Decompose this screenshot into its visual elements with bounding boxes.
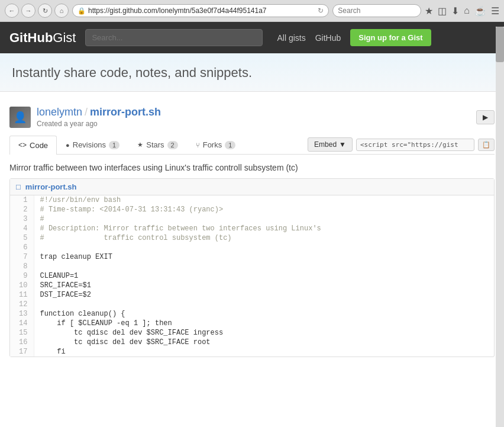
- browser-nav: ← → ↻ ⌂: [5, 4, 69, 18]
- line-number: 11: [10, 290, 34, 300]
- file-header: □ mirror-port.sh: [10, 179, 494, 195]
- hero-banner: Instantly share code, notes, and snippet…: [0, 53, 504, 92]
- repo-name-link[interactable]: mirror-port.sh: [90, 106, 161, 118]
- tab-revisions-label: Revisions: [73, 140, 106, 149]
- tab-stars[interactable]: ★ Stars 2: [128, 135, 186, 154]
- menu-icon[interactable]: ☰: [491, 5, 499, 17]
- forward-btn[interactable]: →: [21, 4, 35, 18]
- embed-label: Embed: [314, 140, 337, 149]
- line-number: 16: [10, 338, 34, 347]
- watch-button[interactable]: ▶: [476, 110, 495, 124]
- line-number: 15: [10, 328, 34, 338]
- revisions-count: 1: [109, 141, 119, 149]
- user-link[interactable]: lonelymtn: [37, 106, 82, 118]
- address-bar-container: 🔒 ↻: [72, 4, 329, 17]
- chevron-down-icon: ▼: [339, 140, 346, 149]
- line-number: 7: [10, 252, 34, 262]
- tab-forks-label: Forks: [203, 140, 222, 149]
- table-row: 6: [10, 243, 494, 252]
- browser-search-input[interactable]: [338, 7, 416, 15]
- search-bar-container: [332, 4, 421, 17]
- line-number: 5: [10, 233, 34, 243]
- table-row: 17 fi: [10, 347, 494, 357]
- signup-button[interactable]: Sign up for a Gist: [350, 29, 431, 46]
- line-code: [34, 300, 494, 309]
- table-row: 9CLEANUP=1: [10, 271, 494, 281]
- tab-stars-label: Stars: [146, 140, 164, 149]
- table-row: 11DST_IFACE=$2: [10, 290, 494, 300]
- line-number: 1: [10, 195, 34, 205]
- table-row: 8: [10, 262, 494, 271]
- user-info-row: 👤 lonelymtn / mirror-port.sh Created a y…: [9, 106, 495, 128]
- code-icon: <>: [18, 141, 27, 149]
- github-logo: GitHubGist: [9, 30, 76, 46]
- tab-code-label: Code: [30, 141, 48, 150]
- refresh-icon[interactable]: ↻: [318, 7, 324, 15]
- back-btn[interactable]: ←: [5, 4, 19, 18]
- bookmark-star-icon[interactable]: ★: [425, 5, 433, 17]
- line-code: [34, 243, 494, 252]
- line-code: DST_IFACE=$2: [34, 290, 494, 300]
- lock-icon: 🔒: [77, 7, 86, 15]
- action-btn-area: ▶: [476, 110, 495, 124]
- reload-btn[interactable]: ↻: [38, 4, 52, 18]
- fork-icon: ⑂: [196, 142, 200, 149]
- line-number: 4: [10, 224, 34, 233]
- table-row: 15 tc qdisc del dev $SRC_IFACE ingress: [10, 328, 494, 338]
- tab-forks[interactable]: ⑂ Forks 1: [187, 135, 245, 154]
- line-code: function cleanup() {: [34, 309, 494, 319]
- line-code: #: [34, 214, 494, 224]
- address-bar[interactable]: [88, 7, 315, 15]
- line-number: 17: [10, 347, 34, 357]
- line-code: #!/usr/bin/env bash: [34, 195, 494, 205]
- embed-area: Embed ▼ 📋: [308, 137, 495, 152]
- line-code: if [ $CLEANUP -eq 1 ]; then: [34, 319, 494, 328]
- table-row: 1#!/usr/bin/env bash: [10, 195, 494, 205]
- gist-logo-text: Gist: [53, 30, 76, 45]
- table-row: 10SRC_IFACE=$1: [10, 281, 494, 290]
- clipboard-icon: 📋: [482, 141, 490, 148]
- copy-embed-button[interactable]: 📋: [478, 139, 495, 151]
- user-avatar: 👤: [9, 107, 31, 128]
- tab-code[interactable]: <> Code: [9, 136, 57, 155]
- line-code: # traffic control subsystem (tc): [34, 233, 494, 243]
- expand-icon[interactable]: □: [16, 182, 21, 191]
- table-row: 7trap cleanup EXIT: [10, 252, 494, 262]
- line-code: tc qdisc del dev $SRC_IFACE ingress: [34, 328, 494, 338]
- home-btn[interactable]: ⌂: [54, 4, 69, 18]
- main-content: 👤 lonelymtn / mirror-port.sh Created a y…: [0, 92, 504, 363]
- created-at: Created a year ago: [37, 120, 161, 128]
- star-icon: ★: [137, 141, 143, 149]
- nav-github[interactable]: GitHub: [315, 33, 341, 43]
- tab-revisions[interactable]: ● Revisions 1: [57, 135, 128, 154]
- line-code: # Time-stamp: <2014-07-31 13:31:43 (ryan…: [34, 205, 494, 214]
- file-box: □ mirror-port.sh 1#!/usr/bin/env bash2# …: [9, 178, 495, 357]
- line-code: fi: [34, 347, 494, 357]
- home-icon[interactable]: ⌂: [464, 5, 470, 16]
- user-repo-info: lonelymtn / mirror-port.sh Created a yea…: [37, 106, 161, 128]
- browser-icon-group: ★ ◫ ⬇ ⌂ ☕ ☰: [425, 5, 499, 17]
- embed-code-input[interactable]: [356, 139, 474, 151]
- line-number: 12: [10, 300, 34, 309]
- line-number: 14: [10, 319, 34, 328]
- table-row: 12: [10, 300, 494, 309]
- bookmark-icon[interactable]: ◫: [438, 5, 447, 17]
- line-number: 2: [10, 205, 34, 214]
- line-code: SRC_IFACE=$1: [34, 281, 494, 290]
- embed-button[interactable]: Embed ▼: [308, 137, 353, 152]
- line-code: CLEANUP=1: [34, 271, 494, 281]
- file-name: mirror-port.sh: [25, 182, 77, 191]
- table-row: 16 tc qdisc del dev $SRC_IFACE root: [10, 338, 494, 347]
- github-logo-text: GitHub: [9, 30, 53, 45]
- tabs-bar: <> Code ● Revisions 1 ★ Stars 2 ⑂ Forks …: [9, 135, 495, 155]
- github-search-input[interactable]: [85, 29, 263, 46]
- scrollbar-thumb[interactable]: [496, 27, 504, 62]
- table-row: 13function cleanup() {: [10, 309, 494, 319]
- table-row: 14 if [ $CLEANUP -eq 1 ]; then: [10, 319, 494, 328]
- shield-icon[interactable]: ☕: [474, 5, 486, 17]
- line-code: tc qdisc del dev $SRC_IFACE root: [34, 338, 494, 347]
- vertical-scrollbar[interactable]: [496, 27, 504, 363]
- gist-description: Mirror traffic between two interfaces us…: [9, 163, 495, 172]
- nav-all-gists[interactable]: All gists: [277, 33, 305, 43]
- download-icon[interactable]: ⬇: [451, 5, 459, 17]
